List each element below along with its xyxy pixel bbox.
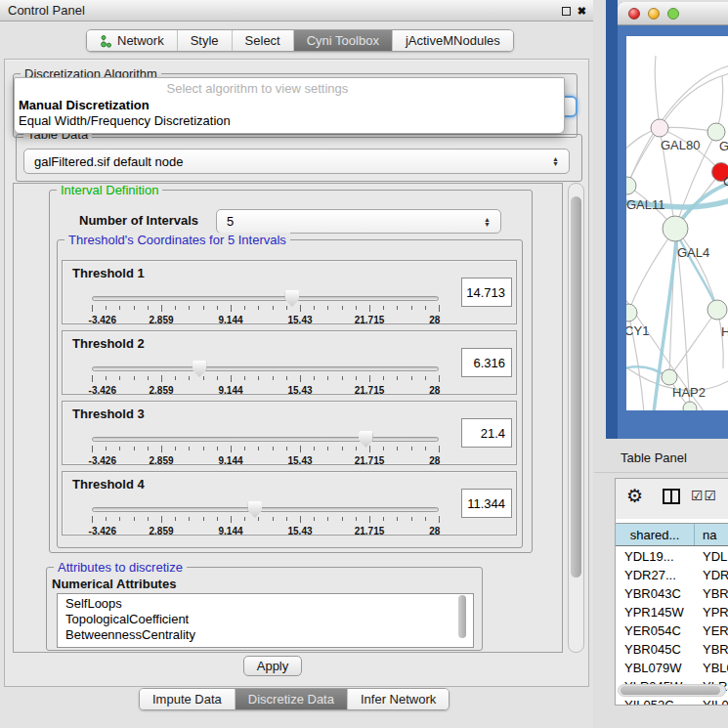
apply-button[interactable]: Apply: [243, 656, 302, 676]
table-cell-name[interactable]: YPR1: [695, 605, 728, 620]
combo-spinner-icon[interactable]: ▲▼: [484, 217, 491, 227]
tab-cyni-toolbox[interactable]: Cyni Toolbox: [294, 30, 393, 51]
network-node-gcy1[interactable]: [626, 304, 637, 321]
table-cell-name[interactable]: YBL0: [695, 661, 728, 675]
table-header-name[interactable]: na: [695, 524, 728, 545]
gear-icon[interactable]: ⚙: [626, 486, 643, 507]
network-edge[interactable]: [655, 56, 660, 128]
network-node-h[interactable]: [707, 300, 727, 320]
table-cell-shared-name[interactable]: YBR043C: [616, 586, 695, 601]
table-cell-name[interactable]: YBR0: [695, 642, 728, 657]
settings-scrollbar-thumb[interactable]: [571, 196, 581, 578]
threshold-slider[interactable]: -3.4262.8599.14415.4321.71528: [92, 359, 439, 394]
table-cell-shared-name[interactable]: YBL079W: [616, 661, 695, 675]
tab-select[interactable]: Select: [233, 30, 294, 51]
network-node-label: GA: [719, 139, 728, 153]
algorithm-popup-item-manual[interactable]: Manual Discretization: [17, 98, 564, 113]
network-node-gal80[interactable]: [651, 119, 668, 137]
table-row[interactable]: YBR043CYBR0: [616, 584, 728, 603]
table-row[interactable]: YBR045CYBR0: [616, 640, 728, 659]
network-window-titlebar[interactable]: [618, 2, 728, 25]
threshold-panel: Threshold 2-3.4262.8599.14415.4321.71528…: [62, 330, 517, 395]
tab-label: Network: [117, 33, 164, 48]
zoom-traffic-light-icon[interactable]: [667, 8, 679, 20]
threshold-label: Threshold 3: [72, 407, 145, 421]
table-panel-separator: [594, 472, 728, 473]
threshold-slider[interactable]: -3.4262.8599.14415.4321.71528: [92, 429, 439, 464]
bottom-tab-impute-data[interactable]: Impute Data: [140, 689, 236, 709]
threshold-value-field[interactable]: 11.344: [461, 489, 512, 518]
minimize-traffic-light-icon[interactable]: [648, 8, 660, 20]
threshold-panel: Threshold 3-3.4262.8599.14415.4321.71528…: [62, 401, 517, 465]
table-rows: YDL19...YDL1YDR27...YDR2YBR043CYBR0YPR14…: [616, 547, 728, 705]
network-node-gal4[interactable]: [663, 216, 688, 241]
bottom-tab-discretize-data[interactable]: Discretize Data: [236, 689, 348, 709]
network-canvas[interactable]: GAL80GACGAL11GAL4GCY1HHAP2: [626, 36, 728, 410]
slider-track[interactable]: [92, 437, 439, 442]
slider-tick-labels: -3.4262.8599.14415.4321.71528: [92, 526, 439, 537]
numerical-attributes-list[interactable]: SelfLoopsTopologicalCoefficientBetweenne…: [57, 593, 474, 648]
number-of-intervals-combo[interactable]: 5 ▲▼: [216, 209, 501, 234]
slider-track[interactable]: [92, 507, 439, 512]
network-node-gal11[interactable]: [626, 177, 636, 194]
table-row[interactable]: YBL079WYBL0: [616, 659, 728, 677]
threshold-value-field[interactable]: 6.316: [461, 348, 512, 377]
attribute-item[interactable]: BetweennessCentrality: [65, 627, 473, 643]
table-cell-name[interactable]: YER0: [695, 623, 728, 638]
tab-network[interactable]: Network: [87, 30, 178, 51]
table-cell-shared-name[interactable]: YBR045C: [616, 642, 695, 657]
table-data-combo[interactable]: galFiltered.sif default node ▲▼: [23, 149, 570, 174]
threshold-value-field[interactable]: 14.713: [461, 278, 512, 307]
threshold-label: Threshold 2: [72, 336, 145, 351]
network-node-hap2[interactable]: [662, 369, 677, 385]
table-cell-name[interactable]: YIL0: [695, 698, 728, 705]
select-columns-checkbox-icons[interactable]: ☑☑: [691, 488, 717, 503]
slider-track[interactable]: [92, 366, 439, 371]
table-row[interactable]: YIL052CYIL0: [616, 696, 728, 705]
close-traffic-light-icon[interactable]: [628, 8, 640, 20]
table-row[interactable]: YDR27...YDR2: [616, 566, 728, 584]
slider-track[interactable]: [92, 296, 439, 301]
table-horizontal-scrollbar-thumb[interactable]: [621, 686, 720, 695]
table-row[interactable]: YPR145WYPR1: [616, 603, 728, 621]
desktop-blue-strip: [606, 0, 618, 439]
table-cell-shared-name[interactable]: YIL052C: [616, 698, 695, 705]
network-edge[interactable]: [627, 128, 660, 186]
settings-scrollbar[interactable]: [568, 183, 584, 653]
network-edge-highlighted[interactable]: [675, 231, 717, 309]
float-window-icon[interactable]: [562, 7, 571, 16]
attributes-group: Attributes to discretize Numerical Attri…: [46, 567, 483, 651]
close-icon[interactable]: ✖: [578, 6, 586, 17]
attribute-item[interactable]: TopologicalCoefficient: [65, 612, 473, 627]
table-cell-name[interactable]: YDL1: [695, 549, 728, 564]
algorithm-dropdown-popup: Select algorithm to view settings Manual…: [14, 77, 565, 134]
table-header-shared-name[interactable]: shared...: [616, 524, 695, 545]
network-edge[interactable]: [669, 310, 717, 377]
table-data-group: Table Data galFiltered.sif default node …: [16, 134, 582, 182]
threshold-slider[interactable]: -3.4262.8599.14415.4321.71528: [92, 499, 439, 535]
split-pane-icon[interactable]: [663, 489, 680, 504]
table-cell-shared-name[interactable]: YPR145W: [616, 605, 695, 620]
slider-tick-labels: -3.4262.8599.14415.4321.71528: [92, 315, 439, 326]
attributes-list-scrollbar[interactable]: [458, 595, 467, 644]
threshold-slider[interactable]: -3.4262.8599.14415.4321.71528: [92, 288, 439, 323]
table-cell-shared-name[interactable]: YDL19...: [616, 549, 695, 564]
algorithm-popup-item-equal-width[interactable]: Equal Width/Frequency Discretization: [17, 113, 564, 129]
table-cell-shared-name[interactable]: YER054C: [616, 623, 695, 638]
tab-style[interactable]: Style: [178, 30, 233, 51]
table-row[interactable]: YER054CYER0: [616, 621, 728, 640]
network-edge[interactable]: [660, 73, 728, 128]
bottom-tab-infer-network[interactable]: Infer Network: [348, 689, 449, 709]
table-row[interactable]: YDL19...YDL1: [616, 547, 728, 566]
table-horizontal-scrollbar[interactable]: [618, 684, 726, 697]
table-cell-shared-name[interactable]: YDR27...: [616, 568, 695, 582]
tab-jactivemnodules[interactable]: jActiveMNodules: [393, 30, 513, 51]
combo-spinner-icon[interactable]: ▲▼: [552, 156, 559, 166]
network-node[interactable]: [683, 402, 697, 410]
table-cell-name[interactable]: YBR0: [695, 586, 728, 601]
tab-label: Style: [191, 33, 219, 48]
threshold-value-field[interactable]: 21.4: [461, 418, 512, 448]
table-cell-name[interactable]: YDR2: [695, 568, 728, 582]
attribute-item[interactable]: SelfLoops: [65, 596, 473, 612]
slider-ticks: [92, 305, 439, 314]
